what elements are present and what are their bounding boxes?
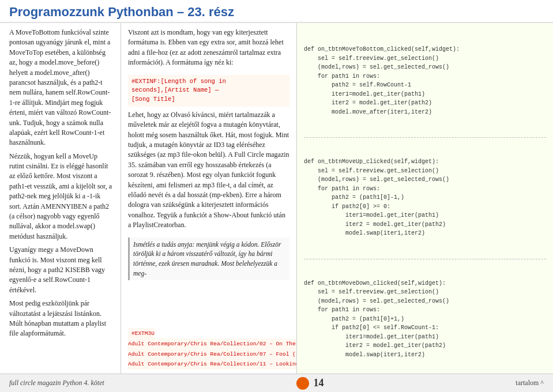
code-block-movetobottom: def on_tbtnMoveToBottom_clicked(self,wid… <box>304 28 546 134</box>
middle-code-extinf: #EXTINF:[Length of song in seconds],[Art… <box>128 75 289 107</box>
page-header: Programozzunk Pythonban – 23. rész <box>0 0 553 23</box>
left-para-2: Nézzük, hogyan kell a MoveUp rutint csin… <box>9 152 114 242</box>
left-para-1: A MoveToBottom funkcióval szinte pontosa… <box>9 28 114 148</box>
code-separator-1 <box>304 137 546 138</box>
middle-para-1: Viszont azt is mondtam, hogy van egy kit… <box>128 28 289 68</box>
left-para-3: Ugyanígy megy a MoveDown funkció is. Mos… <box>9 245 114 295</box>
right-top: def on_tbtnMoveToBottom_clicked(self,wid… <box>304 28 546 374</box>
code-movedown-text: def on_tbtnMoveDown_clicked(self,widget)… <box>304 279 546 360</box>
middle-extm3u-code: #EXTM3U Adult Contemporary/Chris Rea/Col… <box>128 328 297 370</box>
code-moveup-text: def on_tbtnMoveUp_clicked(self,widget): … <box>304 157 546 238</box>
col-right: def on_tbtnMoveToBottom_clicked(self,wid… <box>297 23 553 374</box>
main-content: A MoveToBottom funkcióval szinte pontosa… <box>0 23 553 374</box>
page-title: Programozzunk Pythonban – 23. rész <box>9 5 544 20</box>
col-right-sections: def on_tbtnMoveToBottom_clicked(self,wid… <box>304 28 546 369</box>
middle-italic-text: Ismétlés a tudás anyja: menjünk végig a … <box>128 238 289 281</box>
code-movetobottom-text: def on_tbtnMoveToBottom_clicked(self,wid… <box>304 45 546 116</box>
left-para-4: Most pedig eszközöljünk pár változtatást… <box>9 299 114 339</box>
footer-page-number: 14 <box>314 377 324 389</box>
footer-left-text: full circle magazin Python 4. kötet <box>9 379 104 387</box>
page-footer: full circle magazin Python 4. kötet 14 t… <box>0 374 553 392</box>
col-left: A MoveToBottom funkcióval szinte pontosa… <box>0 23 121 374</box>
code-block-moveup: def on_tbtnMoveUp_clicked(self,widget): … <box>304 140 546 255</box>
page-wrapper: Programozzunk Pythonban – 23. rész A Mov… <box>0 0 553 392</box>
col-middle-inner: Viszont azt is mondtam, hogy van egy kit… <box>128 28 289 369</box>
middle-bottom-code-block: #EXTM3U Adult Contemporary/Chris Rea/Col… <box>128 328 289 369</box>
middle-para-2: Lehet, hogy az Olvasó kíváncsi, miért ta… <box>128 110 289 231</box>
code-separator-2 <box>304 259 546 259</box>
footer-circle-icon <box>296 377 309 390</box>
col-middle: Viszont azt is mondtam, hogy van egy kit… <box>121 23 297 374</box>
footer-center: 14 <box>296 377 324 390</box>
footer-right-text[interactable]: tartalom ^ <box>516 379 544 387</box>
code-block-movedown: def on_tbtnMoveDown_clicked(self,widget)… <box>304 262 546 374</box>
